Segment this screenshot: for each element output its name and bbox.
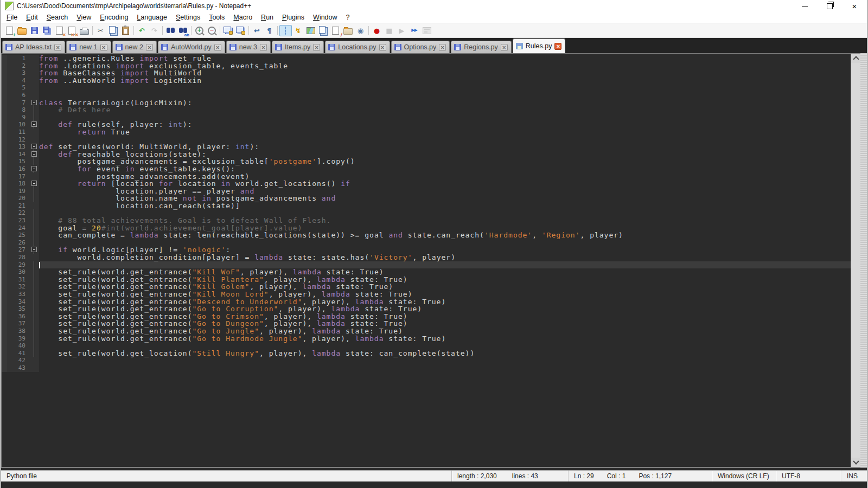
eye-icon[interactable]: ◉	[354, 25, 367, 36]
document-switcher-icon[interactable]: ∕	[329, 25, 342, 36]
close-tab-icon[interactable]: ×	[379, 44, 386, 51]
code-text[interactable]	[39, 239, 851, 247]
menu-item-plugins[interactable]: Plugins	[278, 12, 309, 23]
zoom-in-icon[interactable]: +	[193, 25, 206, 36]
code-text[interactable]: if world.logic[player] != 'nologic':	[39, 246, 851, 254]
vertical-scrollbar[interactable]	[851, 54, 860, 467]
tab-regions-py[interactable]: Regions.py×	[451, 41, 512, 53]
close-tab-icon[interactable]: ×	[313, 44, 320, 51]
code-text[interactable]: for event in events_table.keys():	[39, 165, 851, 173]
close-file-icon[interactable]: ×	[53, 25, 66, 36]
code-text[interactable]: location.can_reach(state)]	[39, 202, 851, 210]
code-text[interactable]: def rule(self, player: int):	[39, 121, 851, 129]
document-map-icon[interactable]	[304, 25, 317, 36]
close-window-button[interactable]: ×	[842, 0, 867, 12]
fold-marker-icon[interactable]	[29, 246, 39, 254]
macro-save-icon[interactable]	[420, 25, 433, 36]
code-text[interactable]	[39, 84, 851, 92]
code-text[interactable]	[39, 92, 851, 99]
macro-play-icon[interactable]: ▶	[395, 25, 408, 36]
new-file-icon[interactable]: +	[3, 25, 16, 36]
tab-new-1[interactable]: new 1×	[66, 41, 111, 53]
code-text[interactable]: location.name not in postgame_advancemen…	[39, 195, 851, 202]
code-text[interactable]	[39, 136, 851, 144]
close-tab-icon[interactable]: ×	[100, 44, 107, 51]
fold-marker-icon[interactable]	[29, 143, 39, 151]
code-text[interactable]: return True	[39, 129, 851, 136]
sync-vertical-icon[interactable]	[222, 25, 234, 36]
restore-button[interactable]	[817, 0, 842, 12]
fold-marker-icon[interactable]	[29, 99, 39, 107]
replace-icon[interactable]: ab	[177, 25, 189, 36]
code-text[interactable]: from ..generic.Rules import set_rule	[39, 55, 851, 62]
menu-item-run[interactable]: Run	[257, 12, 278, 23]
menu-item-encoding[interactable]: Encoding	[95, 12, 132, 23]
tab-new-2[interactable]: new 2×	[112, 41, 157, 53]
code-editor[interactable]: 1from ..generic.Rules import set_rule2fr…	[2, 54, 851, 467]
code-text[interactable]: set_rule(world.get_entrance("Descend to …	[39, 298, 851, 306]
code-text[interactable]: location.player == player and	[39, 188, 851, 195]
code-text[interactable]	[39, 364, 851, 372]
code-text[interactable]: class TerrariaLogic(LogicMixin):	[39, 99, 851, 107]
close-tab-icon[interactable]: ×	[214, 44, 221, 51]
menu-item-search[interactable]: Search	[42, 12, 73, 23]
code-text[interactable]: from BaseClasses import MultiWorld	[39, 69, 851, 77]
fold-marker-icon[interactable]	[29, 165, 39, 173]
menu-item-macro[interactable]: Macro	[229, 12, 257, 23]
tab-locations-py[interactable]: Locations.py×	[325, 41, 390, 53]
close-tab-icon[interactable]: ×	[439, 44, 446, 51]
tab-ap-ideas-txt[interactable]: AP Ideas.txt×	[2, 41, 65, 53]
code-text[interactable]	[39, 357, 851, 364]
code-text[interactable]: postgame_advancements = exclusion_table[…	[39, 158, 851, 165]
show-indent-guide-icon[interactable]: ┆	[279, 25, 292, 36]
code-text[interactable]	[39, 342, 851, 350]
save-all-icon[interactable]	[41, 25, 53, 36]
copy-icon[interactable]	[107, 25, 119, 36]
word-wrap-icon[interactable]: ↩	[251, 25, 263, 36]
code-text[interactable]: # Defs here	[39, 106, 851, 114]
code-text[interactable]: def reachable_locations(state):	[39, 151, 851, 158]
code-text[interactable]: set_rule(world.get_entrance("Go to Crims…	[39, 313, 851, 320]
fold-marker-icon[interactable]	[29, 151, 39, 158]
close-tab-icon[interactable]: ×	[146, 44, 153, 51]
close-all-icon[interactable]: ××	[66, 25, 78, 36]
code-text[interactable]: goal = 20#int(world.achievement_goal[pla…	[39, 224, 851, 232]
paste-icon[interactable]	[119, 25, 132, 36]
code-text[interactable]: set_rule(world.get_location("Still Hungr…	[39, 350, 851, 357]
menu-item-tools[interactable]: Tools	[205, 12, 229, 23]
code-text[interactable]: set_rule(world.get_entrance("Kill Golem"…	[39, 283, 851, 291]
code-text[interactable]: set_rule(world.get_entrance("Go to Jungl…	[39, 328, 851, 335]
cut-icon[interactable]: ✂	[94, 25, 107, 36]
macro-run-multiple-icon[interactable]: ▶▶	[408, 25, 420, 36]
minimize-button[interactable]	[792, 0, 817, 12]
code-text[interactable]: set_rule(world.get_entrance("Go to Dunge…	[39, 320, 851, 328]
code-text[interactable]: set_rule(world.get_entrance("Go to Corru…	[39, 305, 851, 313]
menu-item-[interactable]: ?	[342, 12, 354, 23]
function-list-icon[interactable]: ↯	[292, 25, 304, 36]
zoom-out-icon[interactable]: −	[206, 25, 218, 36]
save-icon[interactable]	[28, 25, 41, 36]
menu-item-settings[interactable]: Settings	[171, 12, 205, 23]
code-text[interactable]: set_rule(world.get_entrance("Kill Moon L…	[39, 291, 851, 298]
code-text[interactable]	[39, 261, 851, 269]
menu-item-edit[interactable]: Edit	[22, 12, 42, 23]
menu-item-window[interactable]: Window	[309, 12, 341, 23]
code-text[interactable]: return [location for location in world.g…	[39, 180, 851, 188]
menu-item-language[interactable]: Language	[132, 12, 171, 23]
menu-item-view[interactable]: View	[72, 12, 95, 23]
find-icon[interactable]	[164, 25, 177, 36]
fold-marker-icon[interactable]	[29, 180, 39, 188]
tab-options-py[interactable]: Options.py×	[391, 41, 450, 53]
fold-marker-icon[interactable]	[29, 121, 39, 129]
redo-icon[interactable]: ↷	[148, 25, 161, 36]
undo-icon[interactable]: ↶	[136, 25, 148, 36]
close-tab-icon[interactable]: ×	[260, 44, 267, 51]
macro-stop-icon[interactable]: ■	[383, 25, 395, 36]
code-text[interactable]: from ..AutoWorld import LogicMixin	[39, 77, 851, 85]
close-tab-icon[interactable]: ×	[554, 43, 561, 50]
menu-item-file[interactable]: File	[2, 12, 22, 23]
code-text[interactable]: world.completion_condition[player] = lam…	[39, 254, 851, 261]
tab-new-3[interactable]: new 3×	[226, 41, 271, 53]
code-text[interactable]: from .Locations import exclusion_table, …	[39, 62, 851, 70]
show-all-characters-icon[interactable]: ¶	[263, 25, 276, 36]
